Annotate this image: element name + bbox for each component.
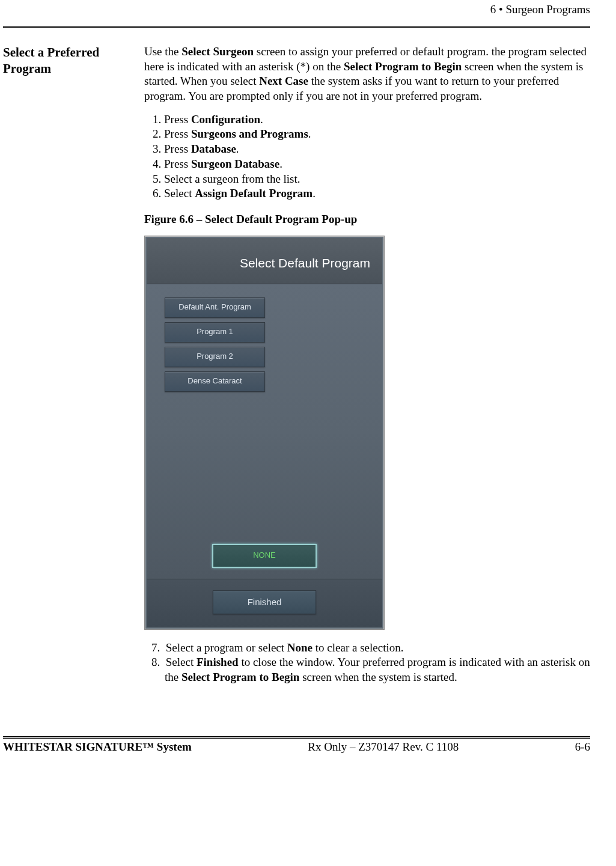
text: Select a program or select (166, 641, 287, 654)
step-item: Press Surgeons and Programs. (157, 127, 593, 142)
step-number: 7. (151, 641, 160, 654)
section-heading-line1: Select a Preferred (3, 45, 99, 59)
step-item: Press Database. (157, 142, 593, 157)
popup-title: Select Default Program (147, 238, 382, 284)
text: . (313, 187, 316, 200)
footer-left: WHITESTAR SIGNATURE™ System (3, 740, 192, 754)
text: Press (164, 113, 191, 126)
step-item: Select a surgeon from the list. (157, 172, 593, 187)
intro-paragraph: Use the Select Surgeon screen to assign … (144, 44, 593, 104)
text: Use the (144, 45, 181, 58)
text: screen when the system is started. (299, 671, 457, 683)
program-list: Default Ant. Program Program 1 Program 2… (147, 290, 382, 396)
step-number: 8. (151, 656, 160, 668)
page-footer: WHITESTAR SIGNATURE™ System Rx Only – Z3… (3, 736, 590, 754)
text: Select (164, 187, 195, 200)
program-option-button[interactable]: Dense Cataract (165, 371, 265, 392)
finished-button[interactable]: Finished (213, 590, 316, 614)
text: Select (166, 656, 197, 668)
step-item: Press Configuration. (157, 112, 593, 127)
step-item: 8. Select Finished to close the window. … (153, 655, 593, 685)
text: to clear a selection. (313, 641, 403, 654)
text-bold: Surgeon Database (191, 157, 279, 170)
step-item: 7. Select a program or select None to cl… (153, 641, 593, 656)
text: . (279, 157, 282, 170)
steps-list-bottom: 7. Select a program or select None to cl… (144, 641, 593, 685)
text-bold: Surgeons and Programs (191, 127, 308, 140)
text-bold: Next Case (259, 75, 308, 87)
figure-caption: Figure 6.6 – Select Default Program Pop-… (144, 212, 593, 227)
none-button[interactable]: NONE (212, 544, 317, 568)
text-bold: Finished (197, 656, 239, 668)
popup-window: Select Default Program Default Ant. Prog… (144, 236, 385, 630)
text: . (236, 142, 239, 155)
section-heading-line2: Program (3, 61, 51, 76)
text-bold: Select Program to Begin (344, 60, 462, 73)
text-bold: Select Surgeon (181, 45, 254, 58)
text: . (308, 127, 311, 140)
page-header: 6 • Surgeon Programs (3, 0, 590, 17)
program-option-button[interactable]: Program 2 (165, 347, 265, 367)
text: Press (164, 142, 191, 155)
text-bold: Select Program to Begin (181, 671, 299, 683)
popup-body: Default Ant. Program Program 1 Program 2… (147, 284, 382, 579)
text: Press (164, 127, 191, 140)
text-bold: Assign Default Program (195, 187, 313, 200)
step-item: Select Assign Default Program. (157, 186, 593, 201)
section-heading: Select a Preferred Program (0, 44, 144, 685)
text-bold: None (287, 641, 313, 654)
text: Press (164, 157, 191, 170)
text: . (260, 113, 263, 126)
text-bold: Configuration (191, 113, 260, 126)
footer-center: Rx Only – Z370147 Rev. C 1108 (308, 740, 459, 754)
header-rule (3, 26, 590, 28)
popup-footer: Finished (147, 579, 382, 627)
text-bold: Database (191, 142, 236, 155)
program-option-button[interactable]: Default Ant. Program (165, 297, 265, 318)
program-option-button[interactable]: Program 1 (165, 322, 265, 343)
footer-right: 6-6 (575, 740, 590, 754)
steps-list-top: Press Configuration. Press Surgeons and … (144, 112, 593, 201)
step-item: Press Surgeon Database. (157, 157, 593, 172)
text: Select a surgeon from the list. (164, 172, 300, 185)
